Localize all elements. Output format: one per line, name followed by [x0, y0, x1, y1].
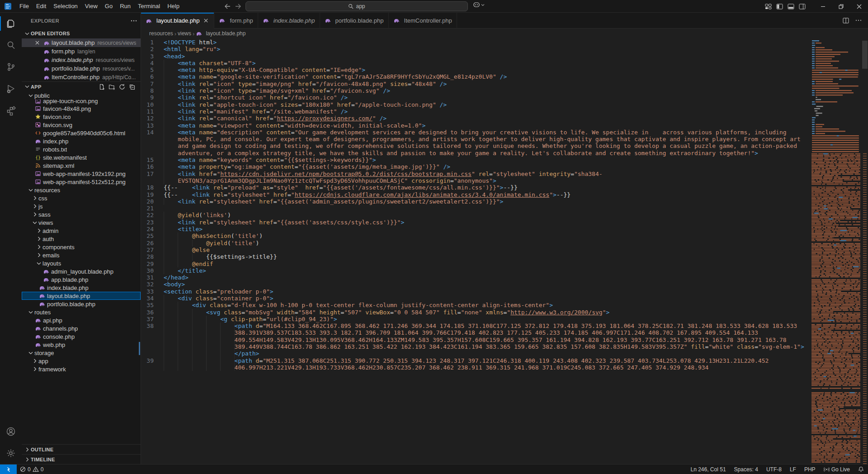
tree-item-views[interactable]: views [22, 218, 141, 227]
status-php[interactable]: PHP [800, 465, 820, 474]
status-lf[interactable]: LF [786, 465, 800, 474]
more-actions-icon[interactable] [855, 19, 862, 21]
refresh-icon[interactable] [119, 84, 125, 90]
copilot-button[interactable] [473, 2, 485, 8]
status-spaces-4[interactable]: Spaces: 4 [730, 465, 762, 474]
tab-form.php[interactable]: form.php [214, 13, 258, 28]
code-line[interactable]: 10<link rel="apple-touch-icon" sizes="18… [141, 101, 811, 108]
tree-item-framework[interactable]: framework [22, 365, 141, 373]
status-utf-8[interactable]: UTF-8 [762, 465, 786, 474]
code-line[interactable]: 37<g clip-path="url(#clip0_94_23)"> [141, 316, 811, 322]
nav-back-icon[interactable] [224, 4, 231, 9]
code-line[interactable]: 6<meta name="google-site-verification" c… [141, 73, 811, 80]
code-line[interactable]: 21 [141, 205, 811, 212]
tree-item-favicon.ico[interactable]: favicon.ico [22, 113, 141, 121]
tree-item-console.php[interactable]: console.php [22, 332, 141, 341]
tree-item-css[interactable]: css [22, 194, 141, 202]
code-line[interactable]: 11<link rel="manifest" href="/site.webma… [141, 108, 811, 115]
code-line[interactable]: 9<link rel="shortcut icon" href="/favico… [141, 94, 811, 101]
tree-item-admin_layout.blade.php[interactable]: admin_layout.blade.php [22, 267, 141, 275]
tab-index.blade.php[interactable]: index.blade.php [258, 13, 320, 28]
tree-item-site.webmanifest[interactable]: {}site.webmanifest [22, 153, 141, 161]
code-line[interactable]: 31</head> [141, 274, 811, 281]
restore-button[interactable] [832, 0, 850, 13]
toggle-sidebar-icon[interactable] [776, 4, 783, 9]
breadcrumb-item[interactable]: views [178, 30, 191, 37]
close-icon[interactable] [35, 41, 43, 45]
nav-forward-icon[interactable] [235, 4, 241, 9]
new-folder-icon[interactable] [108, 84, 115, 90]
new-file-icon[interactable] [99, 84, 105, 90]
menu-go[interactable]: Go [101, 0, 116, 12]
toggle-panel-icon[interactable] [788, 4, 794, 9]
code-line[interactable]: 7<link rel="icon" type="image/png" href=… [141, 81, 811, 87]
tree-item-index.blade.php[interactable]: index.blade.php [22, 284, 141, 292]
activitybar-settings[interactable] [0, 442, 22, 464]
tree-item-emails[interactable]: emails [22, 251, 141, 259]
activitybar-search[interactable] [0, 34, 22, 56]
code-line[interactable]: 17<link href="https://cdn.jsdelivr.net/n… [141, 171, 811, 185]
tree-item-favicon.svg[interactable]: favicon.svg [22, 121, 141, 129]
code-line[interactable]: 32<body> [141, 281, 811, 288]
breadcrumb-item[interactable]: resources [149, 30, 173, 37]
status-go-live[interactable]: Go Live [820, 465, 854, 474]
tree-item-js[interactable]: js [22, 202, 141, 210]
code-line[interactable]: 19{{-- <link rel="stylesheet" href="http… [141, 191, 811, 198]
editor-scrollbar[interactable] [862, 38, 868, 464]
minimize-button[interactable] [814, 0, 832, 13]
breadcrumb-item[interactable]: layout.blade.php [196, 30, 245, 37]
status-ln-246-col-51[interactable]: Ln 246, Col 51 [687, 465, 730, 474]
tree-item-portfolio.blade.php[interactable]: portfolio.blade.php [22, 300, 141, 308]
code-line[interactable]: 38<path d="M164.133 368.462C167.895 368.… [141, 322, 811, 357]
code-line[interactable]: 15<meta name="keywords" content="{{$sett… [141, 156, 811, 163]
tree-item-api.php[interactable]: api.php [22, 316, 141, 324]
code-line[interactable]: 20<link rel="stylesheet" href="{{asset('… [141, 198, 811, 205]
command-center-search[interactable]: app [245, 1, 468, 11]
code-line[interactable]: 3<head> [141, 53, 811, 60]
remote-indicator[interactable] [0, 465, 17, 474]
menu-help[interactable]: Help [164, 0, 183, 12]
sidebar-scroll-indicator[interactable] [139, 342, 140, 355]
tree-item-sass[interactable]: sass [22, 210, 141, 218]
code-line[interactable]: 28{{$settings->title}} [141, 253, 811, 260]
notifications-bell[interactable] [854, 465, 868, 474]
code-line[interactable]: 8<link rel="icon" type="image/svg+xml" h… [141, 87, 811, 94]
menu-selection[interactable]: Selection [50, 0, 81, 12]
code-line[interactable]: 16<meta property="og:image" content="{{a… [141, 163, 811, 170]
code-line[interactable]: 2<html lang="ru"> [141, 46, 811, 52]
tree-item-layouts[interactable]: layouts [22, 259, 141, 267]
code-line[interactable]: 18{{-- <link rel="preload" as="style" hr… [141, 184, 811, 191]
close-window-button[interactable] [850, 0, 868, 13]
activitybar-source-control[interactable] [0, 56, 22, 78]
tree-item-sitemap.xml[interactable]: sitemap.xml [22, 161, 141, 170]
tab-layout.blade.php[interactable]: layout.blade.php [141, 13, 214, 28]
tree-item-admin[interactable]: admin [22, 227, 141, 235]
tree-item-google857ae59940dd05c6.html[interactable]: google857ae59940dd05c6.html [22, 129, 141, 137]
tree-item-web.php[interactable]: web.php [22, 341, 141, 349]
open-editors-header[interactable]: OPEN EDITORS [22, 28, 141, 38]
code-line[interactable]: 24<title> [141, 226, 811, 232]
tree-item-public[interactable]: public [22, 91, 141, 100]
split-editor-icon[interactable] [843, 18, 849, 24]
menu-terminal[interactable]: Terminal [134, 0, 164, 12]
code-line[interactable]: 13<meta name="viewport" content="width=d… [141, 122, 811, 129]
menu-edit[interactable]: Edit [33, 0, 50, 12]
code-line[interactable]: 26@yield('title') [141, 240, 811, 246]
tree-item-layout.blade.php[interactable]: layout.blade.php [22, 292, 141, 300]
tree-item-apple-touch-icon.png[interactable]: apple-touch-icon.png [22, 100, 141, 104]
menu-run[interactable]: Run [116, 0, 134, 12]
tree-item-routes[interactable]: routes [22, 308, 141, 316]
code-line[interactable]: 1<!DOCTYPE html> [141, 39, 811, 46]
activitybar-account[interactable] [0, 421, 22, 442]
outline-header[interactable]: OUTLINE [22, 444, 141, 454]
code-line[interactable]: 22@yield('links') [141, 212, 811, 218]
tree-item-favicon-48x48.png[interactable]: favicon-48x48.png [22, 104, 141, 113]
activitybar-run-debug[interactable] [0, 78, 22, 100]
code-line[interactable]: 5<meta http-equiv="X-UA-Compatible" cont… [141, 66, 811, 73]
tree-item-web-app-manifest-512x512.png[interactable]: web-app-manifest-512x512.png [22, 178, 141, 186]
code-line[interactable]: 36<svg class="mobSvg" width="584" height… [141, 309, 811, 316]
collapse-all-icon[interactable] [129, 84, 135, 90]
toggle-secondary-sidebar-icon[interactable] [799, 4, 806, 9]
code-editor[interactable]: 1<!DOCTYPE html>2<html lang="ru">3<head>… [141, 38, 868, 464]
open-editor-item[interactable]: portfolio.blade.phpresources/v... [22, 64, 141, 73]
